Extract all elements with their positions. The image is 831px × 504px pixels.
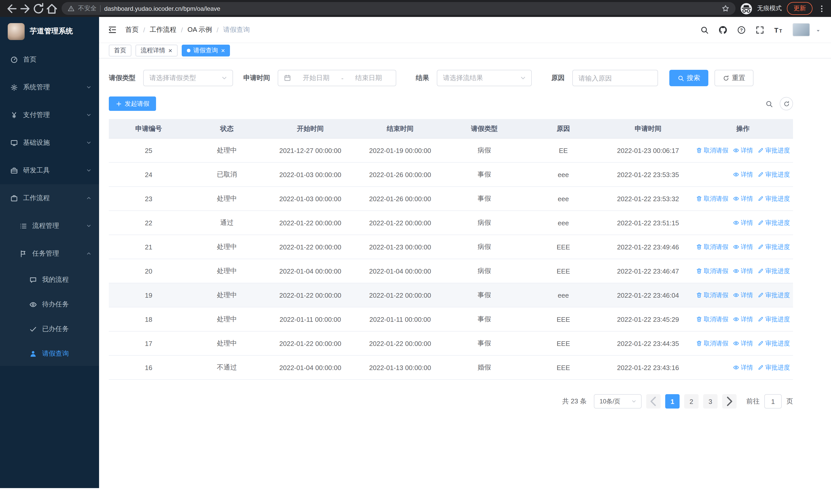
cancel-leave-link[interactable]: 取消请假: [696, 242, 728, 251]
cell-end-time: 2022-01-23 00:00:00: [355, 243, 445, 251]
cell-apply-id: 18: [109, 316, 189, 323]
back-button[interactable]: [5, 2, 19, 15]
gear-icon: [10, 83, 18, 91]
update-button[interactable]: 更新: [787, 2, 812, 15]
refresh-table-button[interactable]: [780, 97, 793, 110]
tab-leave-query[interactable]: 请假查询×: [181, 45, 230, 56]
forward-button[interactable]: [19, 2, 32, 15]
detail-link[interactable]: 详情: [733, 315, 753, 324]
sidebar-item-leave-query[interactable]: 请假查询: [0, 341, 99, 366]
detail-link[interactable]: 详情: [733, 170, 753, 179]
sidebar-item-system-mgmt[interactable]: 系统管理: [0, 73, 99, 101]
delete-icon: [696, 244, 702, 250]
reset-button[interactable]: 重置: [715, 70, 753, 86]
approval-progress-link[interactable]: 审批进度: [757, 170, 790, 179]
search-icon: [678, 75, 684, 81]
approval-progress-link[interactable]: 审批进度: [757, 315, 790, 324]
close-tab-icon[interactable]: ×: [168, 47, 172, 54]
sidebar-item-todo-tasks[interactable]: 待办任务: [0, 292, 99, 317]
page-button-1[interactable]: 1: [665, 394, 680, 409]
cell-end-time: 2022-01-22 00:00:00: [355, 219, 445, 227]
page-size-select[interactable]: 10条/页: [594, 394, 641, 409]
leave-type-select[interactable]: 请选择请假类型: [143, 70, 233, 86]
approval-progress-link[interactable]: 审批进度: [757, 218, 790, 227]
edit-icon: [757, 316, 764, 322]
user-avatar[interactable]: [793, 23, 810, 36]
chat-icon: [29, 276, 37, 284]
detail-link[interactable]: 详情: [733, 218, 753, 227]
approval-progress-link[interactable]: 审批进度: [757, 267, 790, 275]
goto-page-input[interactable]: [764, 394, 782, 409]
tab-process-detail[interactable]: 流程详情×: [136, 45, 177, 56]
cancel-leave-link[interactable]: 取消请假: [696, 146, 728, 155]
search-button[interactable]: 搜索: [669, 70, 708, 86]
cell-start-time: 2022-01-03 00:00:00: [265, 171, 355, 178]
apply-time-range-picker[interactable]: 开始日期 - 结束日期: [278, 70, 396, 86]
help-icon[interactable]: ?: [737, 25, 746, 34]
next-page-button[interactable]: [722, 394, 737, 409]
cancel-leave-link[interactable]: 取消请假: [696, 339, 728, 348]
reload-button[interactable]: [32, 2, 45, 15]
sidebar-item-infrastructure[interactable]: 基础设施: [0, 129, 99, 156]
breadcrumb-item[interactable]: 首页: [125, 25, 139, 34]
column-header: 结束时间: [355, 124, 445, 133]
create-leave-button[interactable]: 发起请假: [109, 96, 156, 111]
github-icon[interactable]: [719, 25, 727, 34]
sidebar-item-payment-mgmt[interactable]: 支付管理: [0, 101, 99, 129]
sidebar-item-process-mgmt[interactable]: 流程管理: [0, 212, 99, 240]
security-warning-label[interactable]: 不安全: [78, 4, 96, 13]
detail-link[interactable]: 详情: [733, 194, 753, 203]
breadcrumb-item[interactable]: OA 示例: [188, 25, 212, 34]
logo-row[interactable]: 芋道管理系统: [0, 17, 99, 46]
address-bar[interactable]: 不安全 dashboard.yudao.iocoder.cn/bpm/oa/le…: [62, 2, 736, 15]
search-icon[interactable]: [700, 25, 709, 34]
detail-link[interactable]: 详情: [733, 339, 753, 348]
delete-icon: [696, 316, 702, 322]
sidebar-item-task-mgmt[interactable]: 任务管理: [0, 240, 99, 267]
sidebar-item-dev-tools[interactable]: 研发工具: [0, 156, 99, 184]
approval-progress-link[interactable]: 审批进度: [757, 291, 790, 299]
approval-progress-link[interactable]: 审批进度: [757, 339, 790, 348]
detail-link[interactable]: 详情: [733, 363, 753, 372]
prev-page-button[interactable]: [646, 394, 661, 409]
cancel-leave-link[interactable]: 取消请假: [696, 194, 728, 203]
home-button[interactable]: [45, 2, 58, 15]
column-header: 请假类型: [445, 124, 523, 133]
detail-link[interactable]: 详情: [733, 242, 753, 251]
breadcrumb-item[interactable]: 工作流程: [150, 25, 176, 34]
toggle-search-icon[interactable]: [765, 100, 773, 108]
approval-progress-link[interactable]: 审批进度: [757, 242, 790, 251]
sidebar-item-done-tasks[interactable]: 已办任务: [0, 317, 99, 341]
detail-link-label: 详情: [741, 242, 753, 251]
flag-icon: [20, 250, 27, 257]
tab-home[interactable]: 首页: [109, 45, 132, 56]
cancel-leave-link[interactable]: 取消请假: [696, 267, 728, 275]
url-text[interactable]: dashboard.yudao.iocoder.cn/bpm/oa/leave: [104, 5, 718, 12]
bookmark-star-icon[interactable]: [722, 5, 729, 12]
detail-link[interactable]: 详情: [733, 146, 753, 155]
avatar-caret-down-icon[interactable]: [815, 28, 821, 33]
reason-input[interactable]: [572, 70, 658, 86]
leave-type-label: 请假类型: [109, 73, 136, 83]
cancel-leave-link[interactable]: 取消请假: [696, 291, 728, 299]
fullscreen-icon[interactable]: [755, 25, 764, 34]
detail-link[interactable]: 详情: [733, 291, 753, 299]
sidebar-item-home[interactable]: 首页: [0, 46, 99, 73]
collapse-menu-icon[interactable]: [108, 25, 117, 34]
cancel-leave-link[interactable]: 取消请假: [696, 315, 728, 324]
page-button-3[interactable]: 3: [703, 394, 718, 409]
sidebar-item-my-process[interactable]: 我的流程: [0, 267, 99, 292]
close-tab-icon[interactable]: ×: [221, 47, 225, 54]
browser-menu-icon[interactable]: [818, 4, 826, 12]
approval-progress-link[interactable]: 审批进度: [757, 363, 790, 372]
create-leave-label: 发起请假: [125, 99, 149, 108]
column-header: 状态: [189, 124, 265, 133]
detail-link[interactable]: 详情: [733, 267, 753, 275]
cell-start-time: 2022-01-03 00:00:00: [265, 195, 355, 203]
result-select[interactable]: 请选择流结果: [437, 70, 532, 86]
font-size-icon[interactable]: TT: [774, 25, 783, 34]
sidebar-item-workflow[interactable]: 工作流程: [0, 184, 99, 212]
approval-progress-link[interactable]: 审批进度: [757, 146, 790, 155]
approval-progress-link[interactable]: 审批进度: [757, 194, 790, 203]
page-button-2[interactable]: 2: [684, 394, 698, 409]
